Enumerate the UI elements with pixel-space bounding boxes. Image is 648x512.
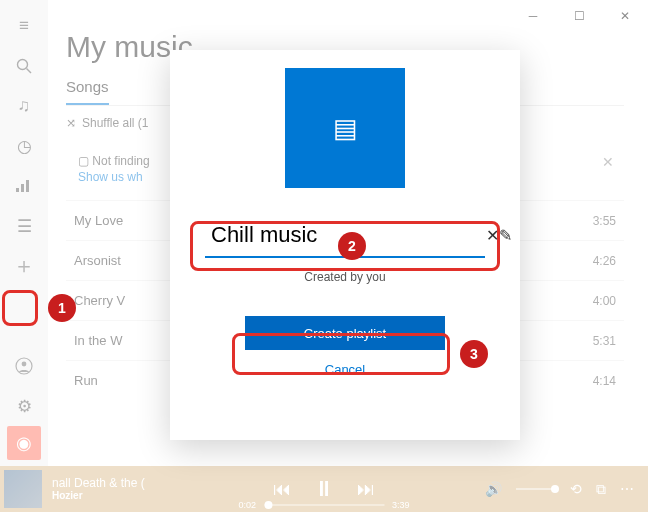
created-by-label: Created by you: [304, 270, 385, 284]
playlist-name-row: ✕ ✎: [205, 214, 485, 258]
create-playlist-dialog: ▤ ✕ ✎ Created by you Create playlist Can…: [170, 50, 520, 440]
cancel-button[interactable]: Cancel: [325, 362, 365, 377]
playlist-name-input[interactable]: [211, 222, 486, 248]
create-playlist-button[interactable]: Create playlist: [245, 316, 445, 350]
clear-name-icon[interactable]: ✕: [486, 226, 499, 245]
playlist-cover[interactable]: ▤: [285, 68, 405, 188]
playlist-icon: ▤: [333, 113, 358, 144]
edit-name-icon[interactable]: ✎: [499, 226, 512, 245]
